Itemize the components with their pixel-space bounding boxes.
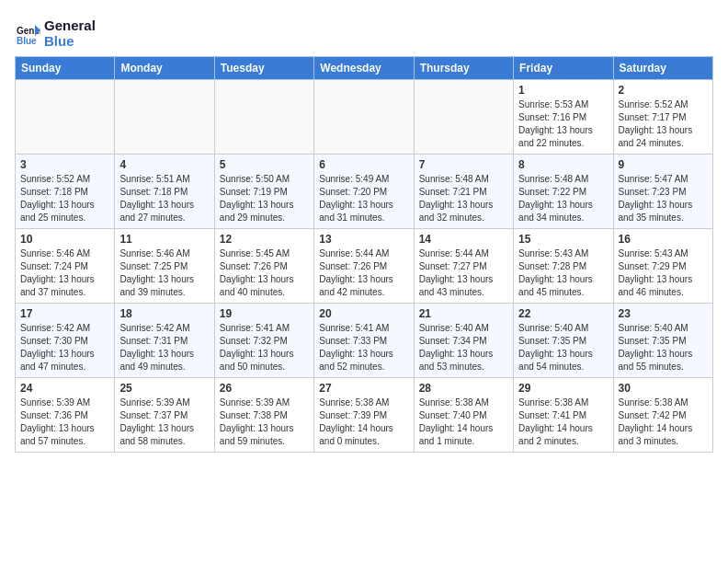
weekday-header: Saturday bbox=[613, 57, 712, 80]
day-info: Sunrise: 5:39 AM Sunset: 7:38 PM Dayligh… bbox=[220, 396, 309, 448]
day-number: 12 bbox=[220, 233, 309, 246]
day-number: 17 bbox=[20, 307, 109, 320]
calendar-cell bbox=[214, 80, 313, 155]
day-number: 24 bbox=[20, 382, 109, 395]
day-number: 25 bbox=[119, 382, 209, 395]
calendar-cell: 3Sunrise: 5:52 AM Sunset: 7:18 PM Daylig… bbox=[16, 155, 115, 229]
day-number: 19 bbox=[220, 307, 309, 320]
day-info: Sunrise: 5:43 AM Sunset: 7:28 PM Dayligh… bbox=[518, 247, 608, 299]
calendar-cell: 19Sunrise: 5:41 AM Sunset: 7:32 PM Dayli… bbox=[214, 304, 313, 378]
weekday-header: Friday bbox=[514, 57, 613, 80]
calendar-cell: 6Sunrise: 5:49 AM Sunset: 7:20 PM Daylig… bbox=[314, 155, 414, 229]
day-info: Sunrise: 5:43 AM Sunset: 7:29 PM Dayligh… bbox=[619, 247, 708, 299]
day-info: Sunrise: 5:52 AM Sunset: 7:17 PM Dayligh… bbox=[619, 98, 708, 150]
day-info: Sunrise: 5:41 AM Sunset: 7:32 PM Dayligh… bbox=[220, 322, 309, 373]
day-number: 4 bbox=[119, 158, 209, 171]
day-info: Sunrise: 5:44 AM Sunset: 7:26 PM Dayligh… bbox=[319, 247, 408, 299]
day-number: 27 bbox=[319, 382, 408, 395]
calendar-cell: 2Sunrise: 5:52 AM Sunset: 7:17 PM Daylig… bbox=[613, 80, 712, 155]
calendar-cell: 7Sunrise: 5:48 AM Sunset: 7:21 PM Daylig… bbox=[414, 155, 513, 229]
day-number: 20 bbox=[319, 307, 408, 320]
calendar-cell: 28Sunrise: 5:38 AM Sunset: 7:40 PM Dayli… bbox=[414, 378, 513, 453]
calendar-cell bbox=[414, 80, 513, 155]
calendar-cell: 16Sunrise: 5:43 AM Sunset: 7:29 PM Dayli… bbox=[613, 229, 712, 304]
calendar-cell: 26Sunrise: 5:39 AM Sunset: 7:38 PM Dayli… bbox=[214, 378, 313, 453]
weekday-header: Sunday bbox=[16, 57, 115, 80]
day-number: 30 bbox=[619, 382, 708, 395]
weekday-header: Tuesday bbox=[214, 57, 313, 80]
day-info: Sunrise: 5:41 AM Sunset: 7:33 PM Dayligh… bbox=[319, 322, 408, 373]
day-number: 29 bbox=[518, 382, 608, 395]
day-info: Sunrise: 5:51 AM Sunset: 7:18 PM Dayligh… bbox=[119, 173, 209, 224]
calendar-week-row: 24Sunrise: 5:39 AM Sunset: 7:36 PM Dayli… bbox=[16, 378, 713, 453]
calendar-week-row: 1Sunrise: 5:53 AM Sunset: 7:16 PM Daylig… bbox=[16, 80, 713, 155]
day-info: Sunrise: 5:38 AM Sunset: 7:41 PM Dayligh… bbox=[518, 396, 608, 448]
day-info: Sunrise: 5:40 AM Sunset: 7:35 PM Dayligh… bbox=[518, 322, 608, 373]
day-info: Sunrise: 5:46 AM Sunset: 7:25 PM Dayligh… bbox=[119, 247, 209, 299]
day-number: 6 bbox=[319, 158, 408, 171]
day-number: 1 bbox=[518, 84, 608, 97]
day-number: 7 bbox=[419, 158, 508, 171]
day-info: Sunrise: 5:48 AM Sunset: 7:22 PM Dayligh… bbox=[518, 173, 608, 224]
day-info: Sunrise: 5:44 AM Sunset: 7:27 PM Dayligh… bbox=[419, 247, 508, 299]
calendar-cell: 30Sunrise: 5:38 AM Sunset: 7:42 PM Dayli… bbox=[613, 378, 712, 453]
day-info: Sunrise: 5:38 AM Sunset: 7:40 PM Dayligh… bbox=[419, 396, 508, 448]
calendar-cell: 10Sunrise: 5:46 AM Sunset: 7:24 PM Dayli… bbox=[16, 229, 115, 304]
calendar-cell: 15Sunrise: 5:43 AM Sunset: 7:28 PM Dayli… bbox=[514, 229, 613, 304]
calendar-cell: 4Sunrise: 5:51 AM Sunset: 7:18 PM Daylig… bbox=[115, 155, 214, 229]
calendar-cell: 13Sunrise: 5:44 AM Sunset: 7:26 PM Dayli… bbox=[314, 229, 414, 304]
day-info: Sunrise: 5:47 AM Sunset: 7:23 PM Dayligh… bbox=[619, 173, 708, 224]
day-info: Sunrise: 5:46 AM Sunset: 7:24 PM Dayligh… bbox=[20, 247, 109, 299]
day-number: 10 bbox=[20, 233, 109, 246]
day-info: Sunrise: 5:38 AM Sunset: 7:39 PM Dayligh… bbox=[319, 396, 408, 448]
day-number: 3 bbox=[20, 158, 109, 171]
calendar-header-row: SundayMondayTuesdayWednesdayThursdayFrid… bbox=[16, 57, 713, 80]
day-info: Sunrise: 5:39 AM Sunset: 7:36 PM Dayligh… bbox=[20, 396, 109, 448]
calendar-cell: 22Sunrise: 5:40 AM Sunset: 7:35 PM Dayli… bbox=[514, 304, 613, 378]
weekday-header: Thursday bbox=[414, 57, 513, 80]
calendar-cell: 23Sunrise: 5:40 AM Sunset: 7:35 PM Dayli… bbox=[613, 304, 712, 378]
calendar-cell: 5Sunrise: 5:50 AM Sunset: 7:19 PM Daylig… bbox=[214, 155, 313, 229]
calendar-cell bbox=[115, 80, 214, 155]
day-info: Sunrise: 5:52 AM Sunset: 7:18 PM Dayligh… bbox=[20, 173, 109, 224]
day-number: 2 bbox=[619, 84, 708, 97]
day-info: Sunrise: 5:50 AM Sunset: 7:19 PM Dayligh… bbox=[220, 173, 309, 224]
day-info: Sunrise: 5:45 AM Sunset: 7:26 PM Dayligh… bbox=[220, 247, 309, 299]
day-number: 28 bbox=[419, 382, 508, 395]
day-info: Sunrise: 5:42 AM Sunset: 7:31 PM Dayligh… bbox=[119, 322, 209, 373]
day-number: 23 bbox=[619, 307, 708, 320]
calendar-week-row: 10Sunrise: 5:46 AM Sunset: 7:24 PM Dayli… bbox=[16, 229, 713, 304]
day-number: 16 bbox=[619, 233, 708, 246]
calendar-cell: 29Sunrise: 5:38 AM Sunset: 7:41 PM Dayli… bbox=[514, 378, 613, 453]
calendar-cell: 12Sunrise: 5:45 AM Sunset: 7:26 PM Dayli… bbox=[214, 229, 313, 304]
day-info: Sunrise: 5:42 AM Sunset: 7:30 PM Dayligh… bbox=[20, 322, 109, 373]
day-number: 15 bbox=[518, 233, 608, 246]
calendar-cell: 8Sunrise: 5:48 AM Sunset: 7:22 PM Daylig… bbox=[514, 155, 613, 229]
logo-text-general: General bbox=[44, 18, 96, 34]
weekday-header: Monday bbox=[115, 57, 214, 80]
svg-text:Blue: Blue bbox=[17, 36, 37, 46]
day-number: 5 bbox=[220, 158, 309, 171]
logo-icon: General Blue bbox=[15, 21, 40, 47]
day-number: 14 bbox=[419, 233, 508, 246]
day-number: 18 bbox=[119, 307, 209, 320]
day-number: 13 bbox=[319, 233, 408, 246]
day-info: Sunrise: 5:38 AM Sunset: 7:42 PM Dayligh… bbox=[619, 396, 708, 448]
calendar-table: SundayMondayTuesdayWednesdayThursdayFrid… bbox=[15, 56, 713, 453]
day-info: Sunrise: 5:48 AM Sunset: 7:21 PM Dayligh… bbox=[419, 173, 508, 224]
day-info: Sunrise: 5:53 AM Sunset: 7:16 PM Dayligh… bbox=[518, 98, 608, 150]
weekday-header: Wednesday bbox=[314, 57, 414, 80]
calendar-cell: 1Sunrise: 5:53 AM Sunset: 7:16 PM Daylig… bbox=[514, 80, 613, 155]
calendar-cell: 11Sunrise: 5:46 AM Sunset: 7:25 PM Dayli… bbox=[115, 229, 214, 304]
calendar-cell bbox=[314, 80, 414, 155]
calendar-cell: 25Sunrise: 5:39 AM Sunset: 7:37 PM Dayli… bbox=[115, 378, 214, 453]
calendar-week-row: 17Sunrise: 5:42 AM Sunset: 7:30 PM Dayli… bbox=[16, 304, 713, 378]
calendar-week-row: 3Sunrise: 5:52 AM Sunset: 7:18 PM Daylig… bbox=[16, 155, 713, 229]
day-info: Sunrise: 5:40 AM Sunset: 7:34 PM Dayligh… bbox=[419, 322, 508, 373]
day-number: 26 bbox=[220, 382, 309, 395]
calendar-cell: 27Sunrise: 5:38 AM Sunset: 7:39 PM Dayli… bbox=[314, 378, 414, 453]
logo-text-blue: Blue bbox=[44, 34, 96, 50]
calendar-cell: 18Sunrise: 5:42 AM Sunset: 7:31 PM Dayli… bbox=[115, 304, 214, 378]
day-number: 11 bbox=[119, 233, 209, 246]
calendar-cell: 21Sunrise: 5:40 AM Sunset: 7:34 PM Dayli… bbox=[414, 304, 513, 378]
